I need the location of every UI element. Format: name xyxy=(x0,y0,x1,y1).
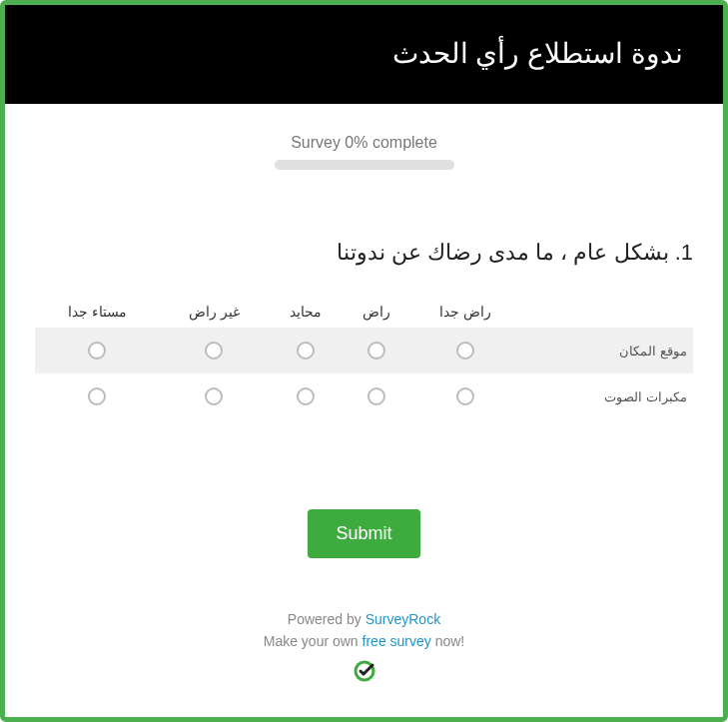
make-post: now! xyxy=(431,633,464,649)
radio-r1-c1[interactable] xyxy=(88,342,106,360)
progress-label: Survey 0% complete xyxy=(5,134,723,152)
radio-r1-c2[interactable] xyxy=(205,342,223,360)
col-header-2: غير راض xyxy=(159,296,269,328)
matrix-header-row: مستاء جدا غير راض محايد راض راض جدا xyxy=(35,296,693,328)
powered-pre: Powered by xyxy=(288,611,365,627)
radio-r2-c3[interactable] xyxy=(297,387,315,405)
survey-frame: ندوة استطلاع رأي الحدث Survey 0% complet… xyxy=(0,0,728,722)
row-label-2: مكبرات الصوت xyxy=(521,373,693,419)
progress-section: Survey 0% complete xyxy=(5,104,723,180)
question-area: 1. بشكل عام ، ما مدى رضاك عن ندوتنا مستا… xyxy=(5,180,723,429)
radio-r2-c4[interactable] xyxy=(367,387,385,405)
row-label-1: موقع المكان xyxy=(521,328,693,373)
radio-r2-c5[interactable] xyxy=(456,387,474,405)
row-label-head xyxy=(521,296,693,328)
surveyrock-link[interactable]: SurveyRock xyxy=(365,611,440,627)
matrix-table: مستاء جدا غير راض محايد راض راض جدا موقع… xyxy=(35,296,693,419)
radio-r2-c1[interactable] xyxy=(88,387,106,405)
col-header-1: مستاء جدا xyxy=(35,296,159,328)
radio-r1-c4[interactable] xyxy=(367,342,385,360)
progress-bar xyxy=(275,160,454,170)
survey-title: ندوة استطلاع رأي الحدث xyxy=(5,5,723,104)
footer: Powered by SurveyRock Make your own free… xyxy=(5,598,723,695)
make-pre: Make your own xyxy=(264,633,363,649)
col-header-4: راض xyxy=(343,296,409,328)
free-survey-link[interactable]: free survey xyxy=(363,633,431,649)
radio-r2-c2[interactable] xyxy=(205,387,223,405)
surveyrock-logo-icon xyxy=(353,659,376,689)
radio-r1-c5[interactable] xyxy=(456,342,474,360)
submit-area: Submit xyxy=(5,429,723,598)
col-header-3: محايد xyxy=(269,296,343,328)
table-row: موقع المكان xyxy=(35,328,693,373)
col-header-5: راض جدا xyxy=(409,296,520,328)
submit-button[interactable]: Submit xyxy=(308,509,419,558)
table-row: مكبرات الصوت xyxy=(35,373,693,419)
radio-r1-c3[interactable] xyxy=(297,342,315,360)
question-text: 1. بشكل عام ، ما مدى رضاك عن ندوتنا xyxy=(35,240,693,266)
